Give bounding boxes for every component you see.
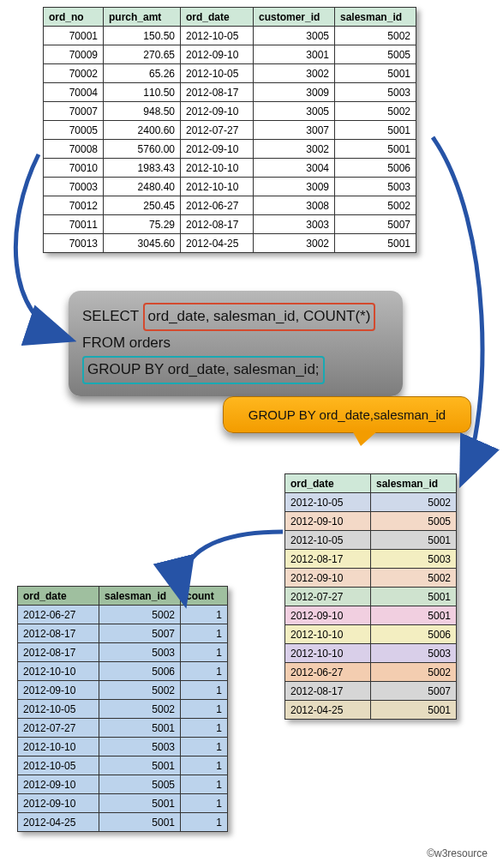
sql-from-line: FROM orders bbox=[82, 331, 389, 356]
table-cell: 2012-07-27 bbox=[285, 588, 371, 606]
table-cell: 2012-10-10 bbox=[18, 738, 99, 756]
table-cell: 5001 bbox=[99, 719, 181, 738]
table-cell: 5003 bbox=[99, 738, 181, 756]
table-cell: 2012-10-10 bbox=[18, 662, 99, 681]
table-cell: 75.29 bbox=[104, 215, 181, 234]
table-cell: 5003 bbox=[371, 550, 457, 569]
table-cell: 2012-08-17 bbox=[18, 643, 99, 662]
table-cell: 2012-04-25 bbox=[18, 813, 99, 832]
table-cell: 2012-09-10 bbox=[18, 775, 99, 794]
table-cell: 2012-08-17 bbox=[181, 215, 254, 234]
table-cell: 1 bbox=[181, 756, 228, 775]
credit-text: ©w3resource bbox=[427, 847, 488, 859]
table-cell: 2012-10-05 bbox=[285, 493, 371, 512]
table-cell: 1 bbox=[181, 606, 228, 624]
table-row: 2012-07-275001 bbox=[285, 588, 457, 606]
table-cell: 1 bbox=[181, 624, 228, 643]
table-row: 2012-08-175007 bbox=[285, 682, 457, 701]
table-cell: 5002 bbox=[335, 196, 416, 215]
table-row: 2012-10-1050061 bbox=[18, 662, 228, 681]
table-row: 700133045.602012-04-2530025001 bbox=[44, 234, 416, 253]
result-header: ord_date bbox=[18, 587, 99, 606]
table-cell: 2012-07-27 bbox=[181, 121, 254, 140]
table-cell: 2012-10-10 bbox=[181, 159, 254, 178]
table-row: 700085760.002012-09-1030025001 bbox=[44, 140, 416, 159]
table-cell: 5001 bbox=[335, 121, 416, 140]
table-cell: 5001 bbox=[371, 606, 457, 625]
grouped-table: ord_datesalesman_id 2012-10-0550022012-0… bbox=[284, 473, 457, 720]
table-cell: 5760.00 bbox=[104, 140, 181, 159]
table-cell: 5003 bbox=[335, 178, 416, 196]
table-row: 2012-09-105002 bbox=[285, 569, 457, 588]
table-row: 2012-04-255001 bbox=[285, 701, 457, 720]
orders-table: ord_nopurch_amtord_datecustomer_idsalesm… bbox=[43, 7, 416, 253]
sql-select-keyword: SELECT bbox=[82, 308, 139, 324]
table-cell: 5001 bbox=[99, 794, 181, 813]
table-cell: 2012-10-05 bbox=[18, 700, 99, 719]
table-cell: 5007 bbox=[335, 215, 416, 234]
groupby-callout: GROUP BY ord_date,salesman_id bbox=[223, 396, 471, 433]
table-row: 2012-04-2550011 bbox=[18, 813, 228, 832]
table-cell: 1 bbox=[181, 643, 228, 662]
table-cell: 3001 bbox=[254, 45, 335, 64]
table-cell: 3009 bbox=[254, 178, 335, 196]
table-row: 7000265.262012-10-0530025001 bbox=[44, 64, 416, 83]
table-cell: 3045.60 bbox=[104, 234, 181, 253]
table-cell: 1 bbox=[181, 719, 228, 738]
table-cell: 3007 bbox=[254, 121, 335, 140]
table-cell: 5007 bbox=[371, 682, 457, 701]
table-cell: 5002 bbox=[99, 606, 181, 624]
table-cell: 70010 bbox=[44, 159, 104, 178]
table-cell: 2012-10-05 bbox=[18, 756, 99, 775]
table-cell: 2012-08-17 bbox=[18, 624, 99, 643]
orders-header: ord_no bbox=[44, 8, 104, 27]
table-row: 700032480.402012-10-1030095003 bbox=[44, 178, 416, 196]
table-cell: 65.26 bbox=[104, 64, 181, 83]
grouped-header: ord_date bbox=[285, 474, 371, 493]
table-row: 7001175.292012-08-1730035007 bbox=[44, 215, 416, 234]
table-cell: 5005 bbox=[99, 775, 181, 794]
table-cell: 1 bbox=[181, 681, 228, 700]
table-cell: 2012-10-05 bbox=[181, 27, 254, 45]
table-row: 700052400.602012-07-2730075001 bbox=[44, 121, 416, 140]
table-cell: 1 bbox=[181, 738, 228, 756]
table-cell: 2012-10-10 bbox=[285, 625, 371, 644]
orders-header: purch_amt bbox=[104, 8, 181, 27]
table-cell: 2012-08-17 bbox=[181, 83, 254, 102]
table-row: 2012-08-1750071 bbox=[18, 624, 228, 643]
sql-query-box: SELECT ord_date, salesman_id, COUNT(*) F… bbox=[69, 291, 403, 396]
table-row: 700101983.432012-10-1030045006 bbox=[44, 159, 416, 178]
result-header: count bbox=[181, 587, 228, 606]
table-row: 2012-10-1050031 bbox=[18, 738, 228, 756]
table-cell: 5006 bbox=[99, 662, 181, 681]
table-cell: 2012-10-05 bbox=[181, 64, 254, 83]
table-row: 2012-10-0550011 bbox=[18, 756, 228, 775]
table-cell: 270.65 bbox=[104, 45, 181, 64]
table-cell: 2012-04-25 bbox=[285, 701, 371, 720]
table-cell: 2012-08-17 bbox=[285, 682, 371, 701]
table-cell: 70004 bbox=[44, 83, 104, 102]
table-cell: 110.50 bbox=[104, 83, 181, 102]
table-row: 70001150.502012-10-0530055002 bbox=[44, 27, 416, 45]
table-row: 2012-10-105003 bbox=[285, 644, 457, 663]
table-cell: 5001 bbox=[371, 531, 457, 550]
table-cell: 2012-09-10 bbox=[285, 606, 371, 625]
table-row: 2012-10-055001 bbox=[285, 531, 457, 550]
table-cell: 5002 bbox=[99, 700, 181, 719]
table-cell: 2012-09-10 bbox=[181, 45, 254, 64]
table-cell: 2012-06-27 bbox=[18, 606, 99, 624]
table-cell: 2012-10-10 bbox=[285, 644, 371, 663]
table-row: 70007948.502012-09-1030055002 bbox=[44, 102, 416, 121]
table-cell: 3002 bbox=[254, 64, 335, 83]
table-cell: 5006 bbox=[335, 159, 416, 178]
table-row: 2012-09-105001 bbox=[285, 606, 457, 625]
table-cell: 3002 bbox=[254, 234, 335, 253]
orders-header: ord_date bbox=[181, 8, 254, 27]
table-row: 2012-10-105006 bbox=[285, 625, 457, 644]
table-cell: 5001 bbox=[371, 701, 457, 720]
table-cell: 70005 bbox=[44, 121, 104, 140]
grouped-header: salesman_id bbox=[371, 474, 457, 493]
table-row: 2012-08-175003 bbox=[285, 550, 457, 569]
table-row: 2012-10-055002 bbox=[285, 493, 457, 512]
table-cell: 1 bbox=[181, 662, 228, 681]
